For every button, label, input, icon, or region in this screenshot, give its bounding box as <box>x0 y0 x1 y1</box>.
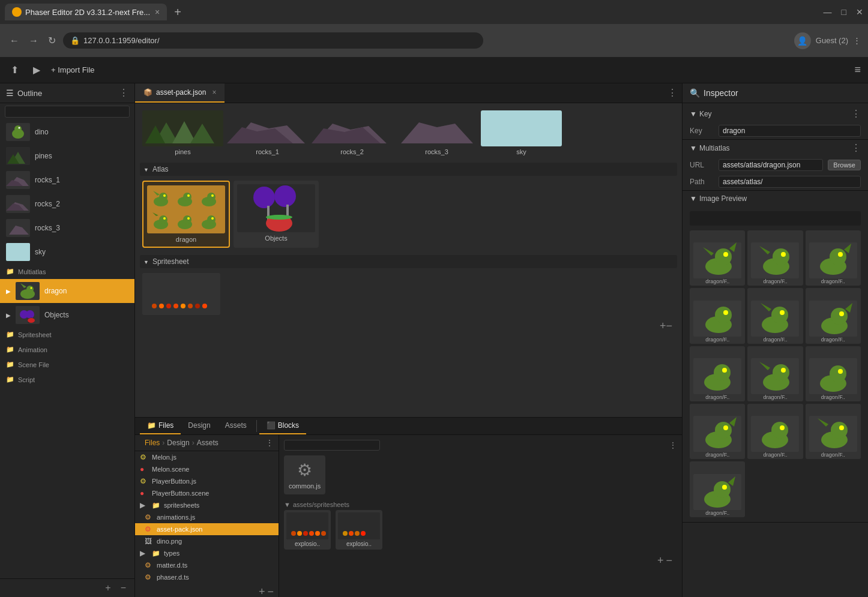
sidebar-group-script[interactable]: 📁 Script <box>0 372 134 387</box>
blocks-more-btn[interactable]: ⋮ <box>669 440 677 450</box>
toolbar-menu-btn[interactable]: ≡ <box>854 64 861 76</box>
browser-menu-btn[interactable]: ⋮ <box>853 36 861 45</box>
key-section-more-btn[interactable]: ⋮ <box>851 109 861 119</box>
add-outline-item-btn[interactable]: + <box>101 581 114 595</box>
objects-card[interactable]: Objects <box>234 181 319 248</box>
import-file-btn[interactable]: + Import File <box>51 65 847 74</box>
spritesheet-section-header[interactable]: Spritesheet <box>140 255 677 268</box>
browse-btn[interactable]: Browse <box>828 160 861 170</box>
back-btn[interactable]: ← <box>7 33 22 49</box>
reload-btn[interactable]: ↻ <box>46 32 58 49</box>
dragon-thumb-3[interactable]: dragon/F.. <box>806 230 861 286</box>
multiatlas-section-more-btn[interactable]: ⋮ <box>851 143 861 153</box>
file-playerbutton-js[interactable]: ⚙ PlayerButton.js <box>135 475 279 487</box>
new-tab-btn[interactable]: + <box>169 5 186 19</box>
spritesheet-item[interactable] <box>142 273 220 315</box>
breadcrumb-files[interactable]: Files <box>145 439 160 447</box>
key-section-header[interactable]: ▼ Key ⋮ <box>683 106 868 122</box>
sidebar-group-spritesheet[interactable]: 📁 Spritesheet <box>0 327 134 342</box>
file-spritesheets-folder[interactable]: ▶ 📁 spritesheets <box>135 499 279 511</box>
editor-tab-more-btn[interactable]: ⋮ <box>663 88 682 98</box>
spritesheets-subsection-header[interactable]: ▼ assets/spritesheets <box>284 499 677 510</box>
tab-design[interactable]: Design <box>181 418 217 434</box>
add-file-btn[interactable]: + <box>259 586 265 597</box>
dragon-thumb-13[interactable]: dragon/F.. <box>690 461 745 517</box>
dragon-thumb-6[interactable]: dragon/F.. <box>806 288 861 343</box>
file-matter-ts[interactable]: ⚙ matter.d.ts <box>135 559 279 571</box>
explosion-block-2[interactable]: explosio.. <box>336 510 382 550</box>
key-input[interactable] <box>719 125 861 137</box>
sidebar-item-rocks3[interactable]: rocks_3 <box>0 216 134 240</box>
tab-close-icon[interactable]: × <box>212 88 216 97</box>
sidebar-group-multiatlas[interactable]: 📁 Multiatlas <box>0 264 134 279</box>
close-window-btn[interactable]: ✕ <box>856 7 863 17</box>
files-more-btn[interactable]: ⋮ <box>265 438 274 448</box>
folder-expand-icon: ▶ <box>140 549 148 557</box>
file-playerbutton-scene[interactable]: ● PlayerButton.scene <box>135 487 279 499</box>
tab-asset-pack[interactable]: 📦 asset-pack.json × <box>135 83 225 103</box>
url-input[interactable] <box>719 159 823 171</box>
add-section-btn[interactable]: + <box>660 320 666 332</box>
add-block-btn[interactable]: + <box>657 554 664 567</box>
dragon-card[interactable]: dragon <box>142 181 230 248</box>
file-animations-js[interactable]: ⚙ animations.js <box>135 511 279 523</box>
tab-close-btn[interactable]: × <box>155 7 160 17</box>
blocks-search-input[interactable] <box>284 440 380 451</box>
breadcrumb-design[interactable]: Design <box>167 439 189 447</box>
asset-pines[interactable]: pines <box>142 110 223 155</box>
dragon-thumb-10[interactable]: dragon/F.. <box>690 404 745 459</box>
asset-rocks1[interactable]: rocks_1 <box>227 110 308 155</box>
file-melon-scene[interactable]: ● Melon.scene <box>135 463 279 475</box>
sidebar-search-input[interactable] <box>5 106 130 118</box>
dragon-thumb-4[interactable]: dragon/F.. <box>690 288 745 343</box>
dragon-thumb-1[interactable]: dragon/F.. <box>690 230 745 286</box>
file-phaser-ts[interactable]: ⚙ phaser.d.ts <box>135 571 279 583</box>
sidebar-item-objects[interactable]: ▶ Objects <box>0 303 134 327</box>
tab-assets[interactable]: Assets <box>218 418 254 434</box>
block-common-js[interactable]: ⚙ common.js <box>284 455 325 494</box>
dragon-thumb-12[interactable]: dragon/F.. <box>806 404 861 459</box>
dragon-thumb-8[interactable]: dragon/F.. <box>747 346 803 401</box>
multiatlas-section-header[interactable]: ▼ Multiatlas ⋮ <box>683 140 868 157</box>
sidebar-group-animation[interactable]: 📁 Animation <box>0 342 134 357</box>
outline-more-btn[interactable]: ⋮ <box>119 88 128 98</box>
remove-section-btn[interactable]: − <box>666 320 672 332</box>
tab-blocks[interactable]: ⬛ Blocks <box>259 418 306 434</box>
asset-rocks2[interactable]: rocks_2 <box>312 110 393 155</box>
file-types-folder[interactable]: ▶ 📁 types <box>135 547 279 559</box>
active-tab[interactable]: Phaser Editor 2D v3.31.2-next Fre... × <box>5 4 167 20</box>
sidebar-item-rocks2[interactable]: rocks_2 <box>0 192 134 216</box>
dragon-thumb-9[interactable]: dragon/F.. <box>806 346 861 401</box>
sidebar-item-rocks1[interactable]: rocks_1 <box>0 168 134 192</box>
atlas-section-header[interactable]: Atlas <box>140 163 677 176</box>
remove-outline-item-btn[interactable]: − <box>117 581 130 595</box>
file-dino-png[interactable]: 🖼 dino.png <box>135 535 279 547</box>
dragon-thumb-5[interactable]: dragon/F.. <box>747 288 803 343</box>
sidebar-item-sky[interactable]: sky <box>0 240 134 264</box>
sidebar-item-pines[interactable]: pines <box>0 144 134 168</box>
breadcrumb-assets[interactable]: Assets <box>197 439 219 447</box>
forward-btn[interactable]: → <box>26 33 41 49</box>
dragon-thumb-2[interactable]: dragon/F.. <box>747 230 803 286</box>
tab-files[interactable]: 📁 Files <box>140 418 181 434</box>
path-input[interactable] <box>719 176 861 188</box>
sidebar-item-dragon[interactable]: ▶ dragon <box>0 279 134 303</box>
dragon-card-thumb <box>147 185 225 233</box>
dragon-thumb-7[interactable]: dragon/F.. <box>690 346 745 401</box>
address-input[interactable]: 🔒 127.0.0.1:1959/editor/ <box>63 32 483 49</box>
sidebar-item-dino[interactable]: dino <box>0 120 134 144</box>
maximize-btn[interactable]: □ <box>842 7 846 17</box>
minimize-btn[interactable]: — <box>824 7 832 17</box>
asset-rocks3[interactable]: rocks_3 <box>396 110 477 155</box>
file-melon-js[interactable]: ⚙ Melon.js <box>135 451 279 463</box>
sidebar-group-scenefile[interactable]: 📁 Scene File <box>0 357 134 372</box>
file-asset-pack[interactable]: ⚙ asset-pack.json <box>135 523 279 535</box>
dragon-thumb-11[interactable]: dragon/F.. <box>747 404 803 459</box>
asset-sky[interactable]: sky <box>481 110 562 155</box>
image-preview-section-header[interactable]: ▼ Image Preview <box>683 191 868 206</box>
explosion-block-1[interactable]: explosio.. <box>284 510 331 550</box>
play-btn[interactable]: ▶ <box>29 61 44 79</box>
remove-block-btn[interactable]: − <box>666 554 672 567</box>
upload-btn[interactable]: ⬆ <box>7 61 22 79</box>
remove-file-btn[interactable]: − <box>267 586 274 597</box>
